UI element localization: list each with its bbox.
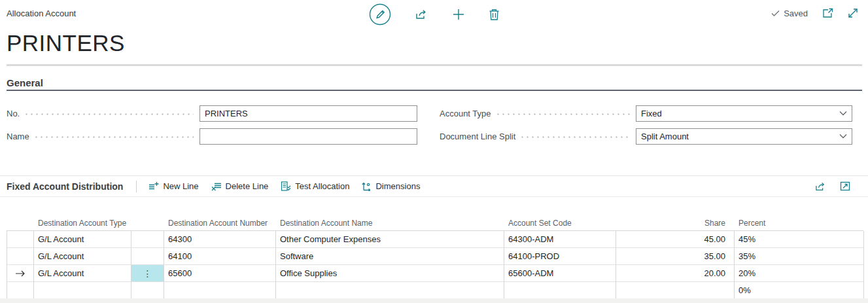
row-selector-cell[interactable] <box>7 248 34 265</box>
cell-account-set-code[interactable] <box>504 282 616 299</box>
grid-footer-strip <box>0 298 868 303</box>
cell-destination-account-name[interactable]: Software <box>276 248 504 265</box>
cell-destination-account-number[interactable]: 64300 <box>164 231 276 248</box>
new-line-icon <box>148 181 159 191</box>
document-line-split-select[interactable]: Split Amount <box>636 128 852 145</box>
row-selector-cell[interactable] <box>7 282 34 299</box>
cell-share[interactable]: 35.00 <box>616 248 735 265</box>
cell-percent: 35% <box>735 248 864 265</box>
check-icon <box>771 10 780 17</box>
save-status-label: Saved <box>784 9 808 18</box>
field-account-type: Account Type Fixed <box>440 105 852 122</box>
page-title: PRINTERS <box>7 30 125 56</box>
cell-destination-account-type[interactable]: G/L Account <box>34 231 131 248</box>
col-account-set-code[interactable]: Account Set Code <box>504 219 616 228</box>
cell-account-set-code[interactable]: 65600-ADM <box>504 265 616 282</box>
cell-assist[interactable] <box>131 282 164 299</box>
cell-destination-account-number[interactable]: 64100 <box>164 248 276 265</box>
dotted-leader <box>521 136 630 138</box>
dotted-leader <box>35 136 194 138</box>
new-line-button[interactable]: New Line <box>148 181 198 191</box>
cell-destination-account-name[interactable]: Office Supplies <box>276 265 504 282</box>
window-controls: Saved <box>771 8 858 18</box>
chevron-down-icon <box>839 134 847 139</box>
no-label: No. <box>7 109 20 118</box>
col-destination-account-number[interactable]: Destination Account Number <box>164 219 275 228</box>
col-share[interactable]: Share <box>616 219 734 228</box>
save-status: Saved <box>771 9 808 18</box>
col-percent[interactable]: Percent <box>734 219 863 228</box>
cell-destination-account-type[interactable]: G/L Account <box>34 248 131 265</box>
no-input[interactable] <box>200 105 417 122</box>
test-allocation-label: Test Allocation <box>295 181 349 191</box>
cell-destination-account-name[interactable]: Other Computer Expenses <box>276 231 504 248</box>
general-section-heading[interactable]: General <box>7 77 43 88</box>
cell-destination-account-type[interactable]: G/L Account <box>34 265 131 282</box>
row-selector-cell[interactable] <box>7 231 34 248</box>
chevron-down-icon <box>839 111 847 116</box>
cell-percent: 0% <box>735 282 864 299</box>
cell-share[interactable]: 20.00 <box>616 265 735 282</box>
account-type-label: Account Type <box>440 109 491 118</box>
account-type-value: Fixed <box>641 109 662 118</box>
test-allocation-icon <box>281 181 291 191</box>
page-action-bar <box>369 3 500 26</box>
name-input[interactable] <box>200 128 417 145</box>
open-in-new-window-icon[interactable] <box>822 8 833 18</box>
cell-share[interactable] <box>616 282 735 299</box>
cell-share[interactable]: 45.00 <box>616 231 735 248</box>
new-line-label: New Line <box>163 181 198 191</box>
delete-line-icon <box>211 181 222 191</box>
test-allocation-button[interactable]: Test Allocation <box>281 181 349 191</box>
field-name: Name <box>7 128 417 145</box>
cell-percent: 45% <box>735 231 864 248</box>
cell-assist[interactable] <box>131 248 164 265</box>
delete-line-button[interactable]: Delete Line <box>211 181 269 191</box>
breadcrumb[interactable]: Allocation Account <box>7 9 76 18</box>
cell-percent: 20% <box>735 265 864 282</box>
dotted-leader <box>26 113 194 115</box>
vertical-ellipsis-icon: ⋮ <box>143 269 152 278</box>
edit-pencil-icon[interactable] <box>369 3 391 26</box>
col-destination-account-name[interactable]: Destination Account Name <box>275 219 504 228</box>
cell-assist[interactable] <box>131 231 164 248</box>
cell-account-set-code[interactable]: 64300-ADM <box>504 231 616 248</box>
document-line-split-value: Split Amount <box>641 132 689 141</box>
document-line-split-label: Document Line Split <box>440 132 515 141</box>
share-icon[interactable] <box>415 9 428 20</box>
cell-destination-account-name[interactable] <box>276 282 504 299</box>
distribution-grid: G/L Account 64300 Other Computer Expense… <box>7 230 863 299</box>
grid-header-row: Destination Account Type Destination Acc… <box>7 215 863 230</box>
distribution-section-heading[interactable]: Fixed Account Distribution <box>7 181 123 192</box>
dotted-leader <box>497 113 630 115</box>
col-destination-account-type[interactable]: Destination Account Type <box>33 219 131 228</box>
cell-destination-account-type[interactable] <box>34 282 131 299</box>
cell-assist-menu[interactable]: ⋮ <box>131 265 164 282</box>
current-row-arrow-icon <box>15 270 26 277</box>
cell-destination-account-number[interactable] <box>164 282 276 299</box>
delete-trash-icon[interactable] <box>489 9 500 20</box>
toolbar-separator <box>136 181 137 192</box>
delete-line-label: Delete Line <box>226 181 269 191</box>
open-in-window-icon[interactable] <box>840 181 850 191</box>
distribution-toolbar: Fixed Account Distribution New Line Dele… <box>0 175 868 197</box>
share-icon[interactable] <box>815 181 827 192</box>
general-section-rule <box>7 90 862 91</box>
cell-destination-account-number[interactable]: 65600 <box>164 265 276 282</box>
cell-account-set-code[interactable]: 64100-PROD <box>504 248 616 265</box>
field-document-line-split: Document Line Split Split Amount <box>440 128 852 145</box>
row-selector-cell-current[interactable] <box>7 265 34 282</box>
dimensions-icon <box>362 181 372 191</box>
expand-diagonal-icon[interactable] <box>848 8 858 18</box>
title-divider <box>7 64 862 66</box>
name-label: Name <box>7 132 29 141</box>
field-no: No. <box>7 105 417 122</box>
dimensions-label: Dimensions <box>375 181 420 191</box>
dimensions-button[interactable]: Dimensions <box>362 181 420 191</box>
add-plus-icon[interactable] <box>453 9 464 20</box>
account-type-select[interactable]: Fixed <box>636 105 852 122</box>
